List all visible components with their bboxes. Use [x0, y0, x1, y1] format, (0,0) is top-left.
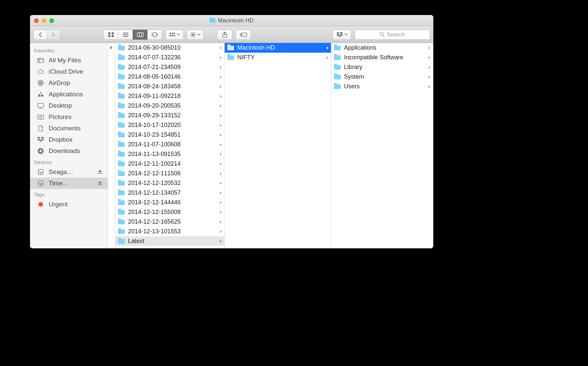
folder-label: Macintosh HD — [237, 44, 275, 51]
sidebar: FavoritesAll My FilesiCloud DriveAirDrop… — [30, 43, 108, 248]
back-button[interactable] — [33, 30, 47, 40]
sidebar-item-time-[interactable]: Time… — [30, 178, 108, 189]
chevron-right-icon — [220, 123, 222, 128]
sidebar-item-seaga-[interactable]: Seaga… — [30, 166, 108, 178]
folder-row[interactable]: 2014-12-12-111506 — [115, 169, 224, 178]
eject-icon[interactable] — [98, 168, 102, 176]
folder-icon — [334, 55, 341, 60]
folder-label: 2014-12-12-134057 — [128, 189, 181, 196]
sidebar-item-label: Applications — [49, 91, 83, 98]
folder-icon — [118, 181, 125, 186]
apps-icon — [37, 91, 45, 98]
sidebar-item-label: iCloud Drive — [49, 68, 83, 75]
folder-row[interactable]: 2014-12-12-155008 — [115, 207, 224, 217]
folder-row[interactable]: 2014-10-17-102020 — [115, 120, 224, 130]
close-icon[interactable] — [34, 18, 39, 23]
folder-row[interactable]: 2014-07-21-234509 — [115, 62, 224, 72]
folder-label: 2014-08-05-160146 — [128, 73, 181, 80]
chevron-right-icon — [220, 65, 222, 70]
folder-row[interactable]: 2014-09-29-133152 — [115, 111, 224, 120]
folder-row[interactable]: 2014-09-11-092218 — [115, 91, 224, 101]
folder-row[interactable]: 2014-10-23-154851 — [115, 130, 224, 140]
column-2[interactable]: Macintosh HDNIFTY — [225, 43, 331, 248]
column-3[interactable]: ApplicationsIncompatible SoftwareLibrary… — [331, 43, 433, 248]
folder-row[interactable]: 2014-12-12-120532 — [115, 178, 224, 188]
folder-row[interactable]: 2014-11-07-100608 — [115, 140, 224, 149]
folder-row[interactable]: 2014-11-13-091535 — [115, 149, 224, 159]
folder-row[interactable]: 2014-08-24-183458 — [115, 82, 224, 91]
chevron-right-icon — [220, 103, 222, 109]
svg-point-19 — [192, 34, 194, 36]
folder-row[interactable]: System — [331, 72, 433, 82]
arrange-button[interactable] — [165, 30, 184, 40]
folder-icon — [227, 55, 234, 60]
folder-row[interactable]: Incompatible Software — [331, 53, 433, 62]
folder-icon — [118, 220, 125, 224]
folder-label: 2014-12-12-144446 — [128, 199, 181, 206]
folder-row[interactable]: Applications — [331, 43, 433, 53]
folder-row[interactable]: Macintosh HD — [225, 43, 331, 53]
chevron-right-icon — [220, 55, 222, 60]
svg-point-35 — [40, 82, 41, 84]
zoom-icon[interactable] — [49, 18, 54, 23]
eject-icon[interactable] — [98, 180, 102, 187]
chevron-right-icon — [220, 45, 222, 51]
chevron-right-icon — [326, 55, 329, 60]
share-button[interactable] — [217, 30, 232, 40]
folder-row[interactable]: 2014-09-20-200535 — [115, 101, 224, 111]
svg-line-27 — [194, 33, 195, 33]
chevron-right-icon — [220, 142, 222, 147]
folder-icon — [118, 104, 125, 108]
folder-row[interactable]: 2014-12-12-144446 — [115, 198, 224, 207]
tags-button[interactable] — [236, 30, 251, 40]
chevron-right-icon — [220, 200, 222, 205]
folder-icon — [118, 152, 125, 157]
column-view-button[interactable] — [133, 30, 147, 40]
minimize-icon[interactable] — [42, 18, 46, 23]
sidebar-item-urgent[interactable]: Urgent — [30, 199, 108, 210]
sidebar-item-dropbox[interactable]: Dropbox — [30, 134, 108, 145]
folder-row[interactable]: Users — [331, 82, 433, 91]
sidebar-item-icloud-drive[interactable]: iCloud Drive — [30, 66, 108, 77]
column-nav-strip — [108, 43, 115, 248]
sidebar-item-documents[interactable]: Documents — [30, 123, 108, 134]
forward-button[interactable] — [47, 30, 60, 40]
folder-label: 2014-11-07-100608 — [128, 141, 181, 148]
sidebar-item-airdrop[interactable]: AirDrop — [30, 77, 108, 89]
column-nav-arrow-icon[interactable] — [109, 44, 113, 52]
folder-row[interactable]: 2014-12-12-134057 — [115, 188, 224, 198]
folder-label: 2014-09-20-200535 — [128, 102, 181, 109]
svg-rect-18 — [174, 35, 175, 36]
dropbox-button[interactable] — [333, 30, 351, 40]
folder-row[interactable]: 2014-12-11-100214 — [115, 159, 224, 169]
sidebar-item-all-my-files[interactable]: All My Files — [30, 55, 108, 66]
action-button[interactable] — [187, 30, 204, 40]
sidebar-item-label: Pictures — [49, 113, 72, 121]
folder-row[interactable]: 2014-07-07-132236 — [115, 53, 224, 62]
folder-row[interactable]: NIFTY — [225, 53, 331, 62]
svg-rect-2 — [108, 35, 110, 37]
sidebar-header: Favorites — [30, 45, 108, 55]
search-input[interactable]: Search — [355, 30, 430, 40]
folder-row[interactable]: 2014-06-30-085010 — [115, 43, 224, 53]
list-view-button[interactable] — [118, 30, 133, 40]
sidebar-item-downloads[interactable]: Downloads — [30, 145, 108, 157]
svg-point-44 — [40, 173, 41, 174]
sidebar-item-pictures[interactable]: Pictures — [30, 111, 108, 123]
folder-row[interactable]: Latest — [115, 236, 224, 246]
icon-view-button[interactable] — [103, 30, 118, 40]
folder-row[interactable]: 2014-12-13-101553 — [115, 227, 224, 236]
coverflow-view-button[interactable] — [147, 30, 162, 40]
folder-row[interactable]: 2014-08-05-160146 — [115, 72, 224, 82]
chevron-right-icon — [220, 210, 222, 215]
sidebar-item-label: Time… — [49, 180, 69, 187]
sidebar-item-label: Dropbox — [49, 136, 73, 143]
folder-row[interactable]: 2014-12-12-165625 — [115, 217, 224, 227]
folder-label: 2014-06-30-085010 — [128, 44, 181, 51]
sidebar-item-desktop[interactable]: Desktop — [30, 100, 108, 111]
folder-icon — [334, 46, 341, 50]
column-1[interactable]: 2014-06-30-0850102014-07-07-1322362014-0… — [115, 43, 225, 248]
folder-row[interactable]: Library — [331, 62, 433, 72]
sidebar-item-applications[interactable]: Applications — [30, 89, 108, 100]
folder-icon — [118, 200, 125, 205]
